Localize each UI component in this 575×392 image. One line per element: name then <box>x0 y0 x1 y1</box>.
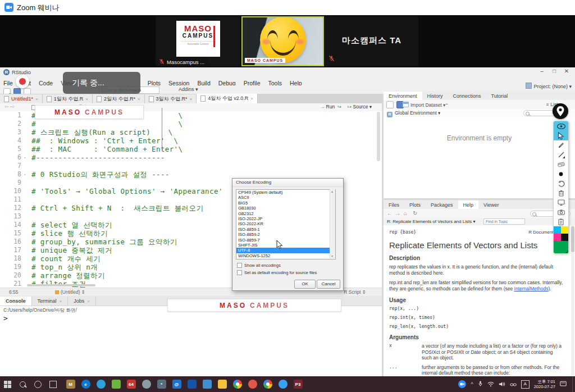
help-pane-tab[interactable]: Packages <box>426 200 458 209</box>
color-swatch[interactable] <box>561 226 568 234</box>
app-icon[interactable] <box>248 380 257 389</box>
dialog-title[interactable]: Choose Encoding <box>232 179 343 187</box>
editor-hscrollbar[interactable] <box>27 284 95 286</box>
encoding-option[interactable]: ISO-2022-KR <box>236 221 335 226</box>
dot-size-icon[interactable] <box>554 169 568 179</box>
help-pane-tab[interactable]: Viewer <box>478 200 504 209</box>
wifi-icon[interactable] <box>487 379 494 389</box>
close-button[interactable]: ✕ <box>560 68 573 74</box>
volume-icon[interactable] <box>499 379 505 389</box>
app-icon[interactable]: * <box>157 380 166 389</box>
taskbar-search-button[interactable] <box>15 376 30 392</box>
global-environment-dropdown[interactable]: RGlobal Environment ▾ <box>387 110 440 117</box>
app-icon[interactable]: e <box>81 380 90 389</box>
help-topic-title[interactable]: R: Replicate Elements of Vectors and Lis… <box>387 219 475 224</box>
trash-icon[interactable] <box>554 188 568 198</box>
close-tab-icon[interactable]: × <box>190 97 193 102</box>
encoding-option[interactable]: ISO-8859-7 <box>236 238 335 243</box>
cursor-tool-icon[interactable] <box>554 131 568 140</box>
clipboard-icon[interactable] <box>554 217 568 226</box>
find-in-topic-input[interactable] <box>483 218 525 225</box>
microphone-icon[interactable] <box>478 379 483 389</box>
close-tab-icon[interactable]: × <box>138 97 140 102</box>
project-selector[interactable]: Project: (None) ▾ <box>526 83 572 89</box>
app-icon[interactable] <box>112 380 121 389</box>
ime-language-icon[interactable]: A <box>521 380 530 389</box>
internal-methods-link[interactable]: InternalMethods <box>514 286 549 291</box>
encoding-option[interactable]: ISO-8859-1 <box>236 227 335 232</box>
help-refresh-icon[interactable]: ↻ <box>413 210 417 216</box>
app-icon[interactable] <box>188 380 197 389</box>
scope-indicator[interactable]: (Untitled) ⇕ <box>55 289 85 295</box>
close-tab-icon[interactable]: × <box>250 96 253 101</box>
help-home-icon[interactable]: ⌂ <box>404 210 407 216</box>
active-color-swatch[interactable] <box>554 241 568 253</box>
maximize-button[interactable]: □ <box>548 68 560 74</box>
source-tab[interactable]: 2일차 수업.R* × <box>93 94 145 103</box>
console-tab[interactable]: Jobs <box>68 297 96 306</box>
eraser-tool-icon[interactable] <box>554 159 568 169</box>
cancel-button[interactable]: Cancel <box>317 280 340 289</box>
annotation-app-icon[interactable] <box>553 103 568 119</box>
checkbox[interactable] <box>237 270 242 275</box>
line-tool-icon[interactable] <box>554 150 568 159</box>
list-scrollbar[interactable] <box>330 189 335 258</box>
close-tab-icon[interactable]: × <box>85 97 88 102</box>
minimize-button[interactable]: – <box>536 68 548 74</box>
run-button[interactable]: → Run ↪ <box>320 104 341 110</box>
color-swatch[interactable] <box>554 234 561 241</box>
help-forward-icon[interactable]: → <box>395 210 400 216</box>
environment-tab[interactable]: History <box>422 92 448 100</box>
source-tab[interactable]: 4일차 수업 v2.0.R × <box>197 94 258 103</box>
console-tab[interactable]: Terminal <box>32 297 69 306</box>
show-all-encodings-option[interactable]: Show all encodings <box>237 263 281 268</box>
app-icon[interactable]: 64 <box>127 380 136 389</box>
encoding-option[interactable]: GB18030 <box>236 206 335 211</box>
encoding-option[interactable]: ISO-8859-2 <box>236 232 335 237</box>
clear-objects-icon[interactable]: ⌁ <box>445 101 448 107</box>
help-back-icon[interactable]: ← <box>387 210 393 216</box>
help-pane-tab[interactable]: Files <box>384 200 404 209</box>
environment-tab[interactable]: Environment <box>384 92 422 100</box>
tray-expand-icon[interactable]: ^ <box>471 381 473 387</box>
video-tile-masocampus[interactable]: MASO CAMPUS Actionable Content Masocampu… <box>156 16 240 66</box>
source-tab[interactable]: Untitled1* × <box>0 94 43 103</box>
close-tab-icon[interactable]: × <box>35 97 38 102</box>
app-icon[interactable] <box>233 380 242 389</box>
encoding-option[interactable]: GB2312 <box>236 211 335 216</box>
encoding-option[interactable]: WINDOWS-1252 <box>236 253 335 258</box>
help-scrollbar[interactable] <box>571 225 574 376</box>
file-type-indicator[interactable]: R Script ⇕ <box>344 289 366 295</box>
app-icon[interactable]: M <box>66 380 75 389</box>
video-tile-ta[interactable]: 마소캠퍼스 TA <box>325 16 418 66</box>
source-button[interactable]: ↦ Source ▾ <box>348 104 372 110</box>
editor-vscrollbar[interactable] <box>377 112 380 161</box>
encoding-option[interactable]: BIG5 <box>236 200 335 206</box>
environment-tab[interactable]: Tutorial <box>486 92 513 100</box>
back-forward-icons[interactable]: ⇦ ⇨ <box>4 104 15 110</box>
notification-center-icon[interactable] <box>560 379 567 389</box>
encoding-option[interactable]: UTF-8 <box>236 248 335 253</box>
encoding-option[interactable]: ISO-2022-JP <box>236 216 335 221</box>
screenshot-camera-icon[interactable] <box>554 207 568 217</box>
help-pane-tab[interactable]: Help <box>458 200 479 209</box>
undo-icon[interactable] <box>554 179 568 188</box>
cortana-button[interactable] <box>30 376 45 392</box>
load-workspace-icon[interactable] <box>386 101 394 108</box>
ok-button[interactable]: OK <box>294 280 316 289</box>
app-icon[interactable]: P3 <box>294 380 303 389</box>
whiteboard-icon[interactable] <box>554 198 568 207</box>
color-swatch[interactable] <box>561 234 568 241</box>
encoding-option[interactable]: CP949 (System default) <box>236 190 335 195</box>
app-icon[interactable]: @ <box>172 380 181 389</box>
environment-tab[interactable]: Connections <box>448 92 486 100</box>
encoding-option[interactable]: SHIFT-JIS <box>236 243 335 248</box>
import-dataset-dropdown[interactable]: Import Dataset ▾ <box>403 102 445 108</box>
zoom-tray-icon[interactable] <box>458 380 466 388</box>
app-icon[interactable] <box>263 380 272 389</box>
visibility-eye-icon[interactable] <box>554 121 568 131</box>
app-icon[interactable] <box>97 380 106 389</box>
color-swatch[interactable] <box>554 226 561 234</box>
app-icon[interactable] <box>142 380 151 389</box>
app-icon[interactable] <box>203 380 212 389</box>
